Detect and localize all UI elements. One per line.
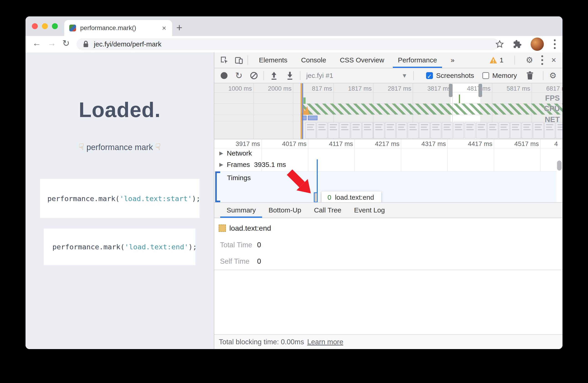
memory-label[interactable]: Memory <box>492 72 517 80</box>
bottom-tab-strip: SummaryBottom-UpCall TreeEvent Log <box>214 203 563 218</box>
page-content: Loaded. ☟ performance mark ☟ performance… <box>25 52 214 349</box>
screenshot-thumbnail[interactable] <box>305 122 316 138</box>
fps-track-label: FPS <box>545 94 560 103</box>
reload-icon[interactable]: ↻ <box>63 38 70 48</box>
overview-ruler-label: 1000 ms <box>215 85 252 92</box>
screenshot-thumbnail[interactable] <box>499 122 510 138</box>
issues-counter[interactable]: 1 <box>489 56 504 64</box>
selection-left-handle[interactable] <box>449 84 453 97</box>
clear-recording-icon[interactable] <box>250 72 258 79</box>
memory-checkbox[interactable] <box>482 72 489 79</box>
minimize-window-button[interactable] <box>42 23 48 29</box>
screenshot-thumbnail[interactable] <box>556 122 563 138</box>
load-profile-icon[interactable] <box>270 71 278 80</box>
record-button[interactable] <box>221 72 228 79</box>
title-bar: performance.mark() × + <box>25 16 563 36</box>
zoom-window-button[interactable] <box>52 23 58 29</box>
capture-settings-gear-icon[interactable]: ⚙ <box>549 71 557 80</box>
screenshot-thumbnail[interactable] <box>430 122 441 138</box>
screenshot-thumbnail[interactable] <box>464 122 476 138</box>
disclosure-triangle-icon[interactable]: ▶ <box>219 162 223 168</box>
devtools-settings-gear-icon[interactable]: ⚙ <box>526 55 533 65</box>
frames-track-row[interactable]: ▶ Frames 3935.1 ms <box>214 161 563 169</box>
screenshot-thumbnail[interactable] <box>316 122 327 138</box>
screenshot-thumbnail[interactable] <box>476 122 487 138</box>
devtools-tab-console[interactable]: Console <box>294 52 333 68</box>
devtools-tab--[interactable]: » <box>444 52 461 68</box>
screenshot-thumbnail[interactable] <box>487 122 498 138</box>
forward-icon[interactable]: → <box>47 38 56 48</box>
fps-spike <box>303 97 306 104</box>
browser-menu-icon[interactable] <box>552 38 557 50</box>
screenshot-thumbnail[interactable] <box>328 122 339 138</box>
overview-ruler-label: 3817 ms <box>415 85 451 92</box>
devtools-tab-css-overview[interactable]: CSS Overview <box>333 52 391 68</box>
learn-more-link[interactable]: Learn more <box>307 338 343 346</box>
code-snippet-end: performance.mark('load.text:end'); <box>44 229 195 265</box>
url-text: jec.fyi/demo/perf-mark <box>94 40 162 48</box>
fps-tick <box>459 94 460 103</box>
screenshot-thumbnail[interactable] <box>453 122 464 138</box>
screenshots-checkbox[interactable]: ✓ <box>426 72 433 79</box>
bottom-tab-event-log[interactable]: Event Log <box>348 203 391 218</box>
devtools-tab-strip: ElementsConsoleCSS OverviewPerformance» … <box>214 52 563 68</box>
back-icon[interactable]: ← <box>32 38 41 48</box>
profile-avatar[interactable] <box>531 38 544 51</box>
disclosure-triangle-icon[interactable]: ▶ <box>219 150 223 156</box>
screenshot-thumbnail[interactable] <box>385 122 396 138</box>
screenshot-thumbnail[interactable] <box>362 122 373 138</box>
screenshot-thumbnail[interactable] <box>544 122 555 138</box>
chevron-down-icon[interactable]: ▼ <box>401 72 407 79</box>
timings-track-row[interactable] <box>214 171 557 202</box>
timeline-detail-pane[interactable]: 3917 ms4017 ms4117 ms4217 ms4317 ms4417 … <box>214 139 563 203</box>
devtools-tab-performance[interactable]: Performance <box>391 52 444 68</box>
trash-icon[interactable] <box>526 71 534 80</box>
timeline-overview[interactable]: 1000 ms2000 ms817 ms1817 ms2817 ms3817 m… <box>214 83 563 139</box>
detail-ruler-label: 4 <box>554 140 563 148</box>
tab-close-icon[interactable]: × <box>162 24 166 32</box>
detail-ruler-label: 3917 ms <box>224 140 260 148</box>
screenshot-thumbnail[interactable] <box>419 122 430 138</box>
reload-and-record-icon[interactable]: ↻ <box>235 71 243 80</box>
url-input[interactable]: jec.fyi/demo/perf-mark <box>77 38 499 50</box>
save-profile-icon[interactable] <box>286 71 294 80</box>
bottom-tab-summary[interactable]: Summary <box>220 203 262 218</box>
screenshot-thumbnail[interactable] <box>374 122 384 138</box>
screenshot-thumbnail[interactable] <box>510 122 521 138</box>
profile-select[interactable]: jec.fyi #1 <box>306 72 333 80</box>
detail-scrollbar-thumb[interactable] <box>557 161 562 170</box>
screenshot-thumbnail[interactable] <box>408 122 419 138</box>
bottom-tab-call-tree[interactable]: Call Tree <box>308 203 348 218</box>
devtools-menu-icon[interactable] <box>540 54 545 66</box>
screenshots-label[interactable]: Screenshots <box>436 72 474 80</box>
screenshot-thumbnail[interactable] <box>396 122 407 138</box>
overview-ruler-label: 1817 ms <box>335 85 372 92</box>
detail-ruler-label: 4117 ms <box>316 140 353 148</box>
new-tab-button[interactable]: + <box>176 21 182 34</box>
screenshot-thumbnail[interactable] <box>533 122 544 138</box>
browser-window: performance.mark() × + ← → ↻ jec.fyi/dem… <box>25 16 563 349</box>
browser-tab[interactable]: performance.mark() × <box>64 20 172 36</box>
tab-title: performance.mark() <box>80 24 162 32</box>
inspect-element-icon[interactable] <box>220 56 229 65</box>
devtools-tab-elements[interactable]: Elements <box>252 52 294 68</box>
lock-icon <box>83 41 89 48</box>
screenshot-thumbnail[interactable] <box>339 122 350 138</box>
issues-count: 1 <box>500 56 504 64</box>
summary-row-value: 0 <box>257 241 261 249</box>
devtools-close-icon[interactable]: × <box>551 55 556 65</box>
network-track-row[interactable]: ▶ Network <box>214 149 563 157</box>
red-annotation-arrow <box>284 167 319 200</box>
selection-right-handle[interactable] <box>479 84 482 97</box>
frame-duration: 3935.1 ms <box>254 161 286 169</box>
screenshot-thumbnail[interactable] <box>442 122 453 138</box>
device-toolbar-icon[interactable] <box>234 56 243 65</box>
screenshot-thumbnail[interactable] <box>522 122 532 138</box>
bottom-tab-bottom-up[interactable]: Bottom-Up <box>262 203 307 218</box>
timings-track-label: Timings <box>227 174 251 182</box>
extensions-puzzle-icon[interactable] <box>513 40 522 49</box>
detail-ruler-label: 4317 ms <box>409 140 446 148</box>
bookmark-star-icon[interactable] <box>495 40 504 49</box>
screenshot-thumbnail[interactable] <box>351 122 362 138</box>
close-window-button[interactable] <box>32 23 38 29</box>
